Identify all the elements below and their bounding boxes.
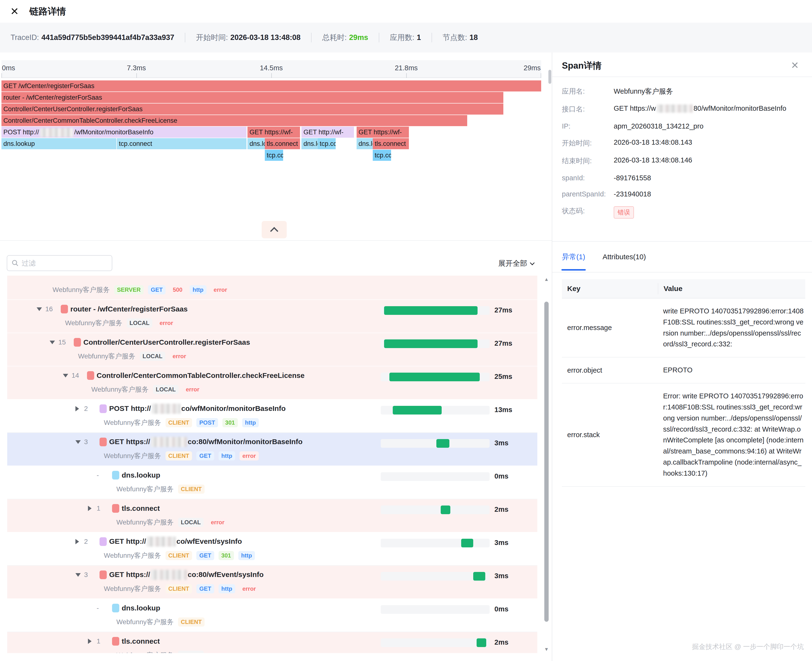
span-tag: CLIENT — [165, 418, 192, 427]
span-tag: GET — [196, 451, 214, 460]
waterfall-segment[interactable]: POST http:///wfMonitor/monitorBaseInfo — [2, 127, 247, 138]
expand-arrow-icon[interactable] — [50, 341, 57, 344]
error-object-value: EPROTO — [658, 365, 805, 376]
waterfall-segment[interactable]: tls.connect — [373, 138, 409, 149]
span-row-selected[interactable]: 3 GET https://co:80/wfMonitor/monitorBas… — [7, 433, 537, 466]
waterfall-segment[interactable]: dns.lc — [301, 138, 317, 149]
span-row[interactable]: 2 POST http://co/wfMonitor/monitorBaseIn… — [7, 399, 537, 433]
expand-arrow-icon[interactable] — [37, 307, 44, 311]
span-row[interactable]: - dns.lookup Webfunny客户服务 CLIENT 0ms — [7, 599, 537, 632]
expand-arrow-icon[interactable] — [75, 539, 83, 544]
field-label: spanId: — [562, 174, 614, 182]
waterfall-segment[interactable]: GET http://wf- — [301, 127, 354, 138]
waterfall-segment[interactable]: GET https://wf- — [247, 127, 300, 138]
expand-arrow-icon[interactable] — [75, 406, 83, 411]
expand-arrow-icon[interactable] — [75, 573, 83, 577]
timeline-axis: 0ms 7.3ms 14.5ms 21.8ms 29ms — [2, 60, 541, 78]
masked-text — [151, 437, 187, 447]
waterfall-segment[interactable]: tcp.cc — [373, 150, 391, 161]
field-api-name: 接口名: GET https://w80/wfMonitor/monitorBa… — [562, 104, 805, 114]
start-time-item: 开始时间: 2026-03-18 13:48:08 — [196, 32, 301, 43]
close-span-detail-icon[interactable]: × — [791, 58, 799, 72]
expand-arrow-icon[interactable] — [88, 639, 95, 644]
span-tag: CLIENT — [165, 451, 192, 460]
child-count: 3 — [84, 571, 95, 579]
waterfall-segment[interactable]: tcp.cc — [265, 150, 283, 161]
waterfall-segment[interactable]: Controller/CenterUserController.register… — [2, 104, 503, 115]
span-row[interactable]: 3 GET https://co:80/wfEvent/sysInfo Webf… — [7, 566, 537, 599]
expand-arrow-icon[interactable] — [75, 440, 83, 444]
collapse-waterfall-button[interactable] — [262, 221, 287, 238]
trace-id-label: TraceID: — [11, 33, 39, 42]
scroll-up-icon[interactable]: ▲ — [544, 276, 549, 282]
span-tag: LOCAL — [127, 318, 152, 327]
span-row[interactable]: 15 Controller/CenterUserController.regis… — [7, 333, 537, 366]
duration-bar — [461, 539, 473, 548]
exception-table: Key Value error.message write EPROTO 140… — [562, 279, 805, 487]
duration-label: 2ms — [495, 506, 508, 513]
masked-text — [147, 536, 176, 547]
span-type-icon — [61, 305, 68, 313]
total-duration-value: 29ms — [349, 33, 368, 42]
span-row[interactable]: Webfunny客户服务 SERVER GET 500 http error — [7, 276, 537, 300]
waterfall-segment[interactable]: tcp.cc — [318, 138, 336, 149]
scroll-down-icon[interactable]: ▼ — [544, 647, 549, 652]
expand-arrow-icon[interactable] — [63, 374, 70, 377]
span-row[interactable]: 1 tls.connect Webfunny客户服务 LOCAL error 2… — [7, 632, 537, 653]
span-row[interactable]: 1 tls.connect Webfunny客户服务 LOCAL error 2… — [7, 499, 537, 532]
waterfall-segment[interactable]: dns.lookup — [2, 138, 116, 149]
span-row[interactable]: 2 GET http://co/wfEvent/sysInfo Webfunny… — [7, 532, 537, 566]
duration-label: 3ms — [495, 539, 508, 547]
expand-arrow-icon[interactable] — [88, 506, 95, 511]
scrollbar-thumb[interactable] — [544, 302, 549, 622]
waterfall-segment[interactable]: dns.lc — [357, 138, 373, 149]
filter-input[interactable] — [22, 259, 101, 267]
span-title: POST http://co/wfMonitor/monitorBaseInfo — [109, 404, 286, 414]
tab-exception[interactable]: 异常(1) — [562, 252, 585, 262]
trace-id-value: 441a59d775b5eb399441af4b7a33a937 — [42, 33, 175, 42]
search-icon — [11, 260, 19, 267]
waterfall-segment[interactable]: tls.connect — [265, 138, 300, 149]
field-label: 开始时间: — [562, 139, 614, 148]
error-message-value: write EPROTO 140703517992896:error:1408F… — [658, 306, 805, 350]
waterfall-segment[interactable]: dns.lc — [247, 138, 265, 149]
table-row: error.object EPROTO — [562, 358, 805, 383]
span-row[interactable]: - dns.lookup Webfunny客户服务 CLIENT 0ms — [7, 466, 537, 499]
trace-info-bar: TraceID: 441a59d775b5eb399441af4b7a33a93… — [0, 22, 812, 53]
close-icon[interactable]: × — [11, 3, 19, 19]
expand-all-label: 展开全部 — [498, 259, 527, 268]
span-tag: CLIENT — [178, 618, 205, 627]
waterfall-segment[interactable]: Controller/CenterCommonTableController.c… — [2, 115, 467, 126]
span-title: dns.lookup — [122, 604, 160, 612]
field-status-code: 状态码: 错误 — [562, 206, 805, 219]
table-row: error.stack Error: write EPROTO 14070351… — [562, 383, 805, 487]
node-count-item: 节点数: 18 — [443, 32, 478, 43]
span-row[interactable]: 14 Controller/CenterCommonTableControlle… — [7, 366, 537, 399]
masked-text — [152, 404, 181, 414]
waterfall-segment[interactable]: GET /wfCenter/registerForSaas — [2, 80, 541, 91]
waterfall-segment[interactable]: tcp.connect — [117, 138, 247, 149]
waterfall-scrollbar-thumb[interactable] — [548, 70, 551, 84]
duration-bar — [473, 572, 485, 581]
span-tag: http — [219, 584, 235, 593]
child-count: 2 — [84, 538, 95, 546]
app-name: Webfunny客户服务 — [104, 418, 161, 427]
expand-all-button[interactable]: 展开全部 — [498, 259, 534, 268]
span-type-icon — [74, 338, 81, 346]
field-label: parentSpanId: — [562, 190, 614, 198]
field-value: 2026-03-18 13:48:08.146 — [614, 156, 692, 164]
span-tag: GET — [148, 285, 165, 294]
waterfall-segment[interactable]: router - /wfCenter/registerForSaas — [2, 92, 503, 103]
duration-bar — [436, 439, 449, 448]
tab-attributes[interactable]: Attributes(10) — [602, 253, 646, 261]
child-count: 1 — [97, 505, 107, 512]
span-row[interactable]: 16 router - /wfCenter/registerForSaas We… — [7, 300, 537, 333]
field-span-id: spanId: -891761558 — [562, 174, 805, 182]
value-column-header: Value — [658, 283, 805, 294]
duration-bar — [384, 339, 478, 348]
waterfall-segment[interactable]: GET https://wf- — [357, 127, 409, 138]
list-scrollbar[interactable]: ▲ ▼ — [544, 276, 549, 652]
child-count: 3 — [84, 438, 95, 446]
span-tag: http — [242, 418, 259, 427]
span-title: GET http://co/wfEvent/sysInfo — [109, 536, 242, 547]
